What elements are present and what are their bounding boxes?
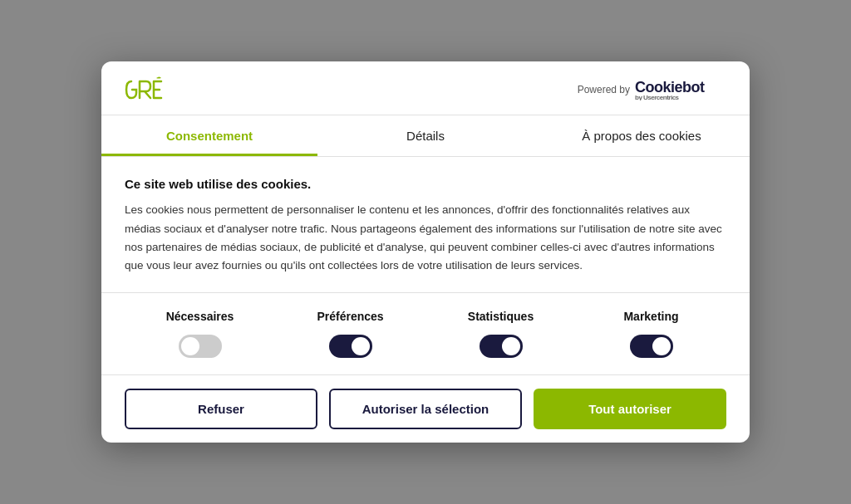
category-preferences-label: Préférences: [317, 310, 383, 323]
category-statistiques: Statistiques: [426, 310, 576, 358]
refuse-button[interactable]: Refuser: [125, 389, 317, 429]
allow-selection-button[interactable]: Autoriser la sélection: [329, 389, 522, 429]
logo-area: [125, 75, 165, 105]
svg-text:by Usercentrics: by Usercentrics: [635, 94, 680, 100]
content-title: Ce site web utilise des cookies.: [125, 177, 726, 191]
toggle-statistiques[interactable]: [480, 335, 523, 358]
cookiebot-brand-name: Cookiebot by Usercentrics: [635, 86, 726, 104]
tab-details[interactable]: Détails: [317, 115, 534, 156]
allow-all-button[interactable]: Tout autoriser: [534, 389, 726, 429]
svg-text:Cookiebot: Cookiebot: [635, 79, 705, 95]
toggle-preferences[interactable]: [329, 335, 372, 358]
category-marketing-label: Marketing: [623, 310, 678, 323]
footer-buttons: Refuser Autoriser la sélection Tout auto…: [101, 375, 750, 443]
tab-apropos[interactable]: À propos des cookies: [534, 115, 750, 156]
consent-content: Ce site web utilise des cookies. Les coo…: [101, 157, 750, 291]
brand-logo: [125, 75, 165, 105]
cookie-categories: Nécessaires Préférences Statistiques Mar…: [101, 292, 750, 375]
category-necessaires: Nécessaires: [125, 310, 275, 358]
modal-header: Powered by Cookiebot by Usercentrics: [101, 61, 750, 115]
cookie-consent-modal: Powered by Cookiebot by Usercentrics Con…: [101, 61, 750, 442]
category-statistiques-label: Statistiques: [468, 310, 534, 323]
powered-by-section: Powered by Cookiebot by Usercentrics: [578, 76, 726, 105]
category-marketing: Marketing: [576, 310, 726, 358]
toggle-marketing[interactable]: [630, 335, 673, 358]
category-necessaires-label: Nécessaires: [166, 310, 234, 323]
category-preferences: Préférences: [275, 310, 426, 358]
tabs-container: Consentement Détails À propos des cookie…: [101, 115, 750, 157]
content-body: Les cookies nous permettent de personnal…: [125, 201, 726, 275]
tab-consentement[interactable]: Consentement: [101, 115, 317, 156]
cookiebot-logo: Cookiebot by Usercentrics: [635, 76, 726, 105]
toggle-necessaires[interactable]: [179, 335, 222, 358]
powered-by-text: Powered by: [578, 84, 630, 95]
